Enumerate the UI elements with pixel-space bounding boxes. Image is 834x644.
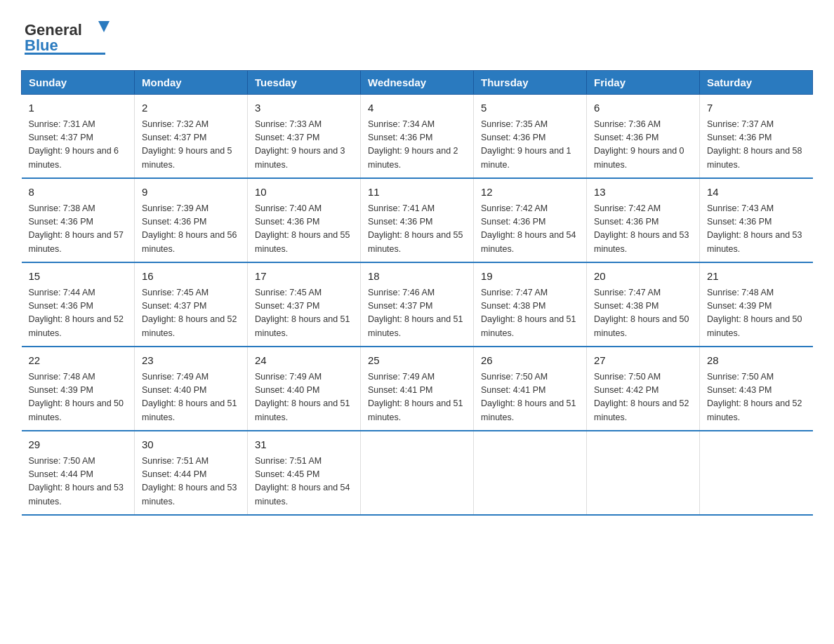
day-number: 14 bbox=[707, 185, 806, 201]
svg-rect-3 bbox=[25, 53, 105, 55]
weekday-header-tuesday: Tuesday bbox=[248, 71, 361, 95]
calendar-cell bbox=[587, 431, 700, 515]
calendar-cell: 10Sunrise: 7:40 AMSunset: 4:36 PMDayligh… bbox=[248, 178, 361, 262]
day-number: 4 bbox=[368, 100, 466, 116]
calendar-cell: 21Sunrise: 7:48 AMSunset: 4:39 PMDayligh… bbox=[700, 262, 813, 347]
day-number: 6 bbox=[594, 100, 692, 116]
day-number: 18 bbox=[368, 269, 466, 285]
weekday-header-monday: Monday bbox=[135, 71, 248, 95]
calendar-cell: 17Sunrise: 7:45 AMSunset: 4:37 PMDayligh… bbox=[248, 262, 361, 347]
day-number: 24 bbox=[255, 353, 353, 369]
day-info: Sunrise: 7:32 AMSunset: 4:37 PMDaylight:… bbox=[142, 118, 240, 173]
page-header: General Blue bbox=[21, 14, 813, 56]
week-row-1: 1Sunrise: 7:31 AMSunset: 4:37 PMDaylight… bbox=[22, 95, 813, 179]
calendar-cell: 6Sunrise: 7:36 AMSunset: 4:36 PMDaylight… bbox=[587, 95, 700, 179]
calendar-cell: 18Sunrise: 7:46 AMSunset: 4:37 PMDayligh… bbox=[361, 262, 474, 347]
day-number: 9 bbox=[142, 185, 240, 201]
calendar-cell: 25Sunrise: 7:49 AMSunset: 4:41 PMDayligh… bbox=[361, 347, 474, 431]
calendar-cell: 31Sunrise: 7:51 AMSunset: 4:45 PMDayligh… bbox=[248, 431, 361, 515]
day-number: 3 bbox=[255, 100, 353, 116]
day-number: 12 bbox=[481, 185, 579, 201]
day-info: Sunrise: 7:50 AMSunset: 4:44 PMDaylight:… bbox=[29, 455, 128, 509]
day-number: 30 bbox=[142, 437, 240, 453]
calendar-cell: 29Sunrise: 7:50 AMSunset: 4:44 PMDayligh… bbox=[22, 431, 135, 515]
day-number: 11 bbox=[368, 185, 466, 201]
day-info: Sunrise: 7:45 AMSunset: 4:37 PMDaylight:… bbox=[142, 286, 240, 341]
day-info: Sunrise: 7:47 AMSunset: 4:38 PMDaylight:… bbox=[481, 286, 579, 341]
day-info: Sunrise: 7:44 AMSunset: 4:36 PMDaylight:… bbox=[29, 286, 128, 341]
calendar-cell: 26Sunrise: 7:50 AMSunset: 4:41 PMDayligh… bbox=[474, 347, 587, 431]
day-number: 19 bbox=[481, 269, 579, 285]
day-info: Sunrise: 7:49 AMSunset: 4:41 PMDaylight:… bbox=[368, 370, 466, 425]
day-info: Sunrise: 7:39 AMSunset: 4:36 PMDaylight:… bbox=[142, 202, 240, 257]
logo: General Blue bbox=[21, 14, 112, 56]
calendar-cell: 13Sunrise: 7:42 AMSunset: 4:36 PMDayligh… bbox=[587, 178, 700, 262]
day-info: Sunrise: 7:48 AMSunset: 4:39 PMDaylight:… bbox=[707, 286, 806, 341]
calendar-cell: 9Sunrise: 7:39 AMSunset: 4:36 PMDaylight… bbox=[135, 178, 248, 262]
day-number: 28 bbox=[707, 353, 806, 369]
logo-svg: General Blue bbox=[21, 14, 112, 56]
calendar-cell: 16Sunrise: 7:45 AMSunset: 4:37 PMDayligh… bbox=[135, 262, 248, 347]
day-number: 16 bbox=[142, 269, 240, 285]
calendar-cell bbox=[361, 431, 474, 515]
calendar-cell: 30Sunrise: 7:51 AMSunset: 4:44 PMDayligh… bbox=[135, 431, 248, 515]
day-info: Sunrise: 7:50 AMSunset: 4:42 PMDaylight:… bbox=[594, 370, 692, 425]
calendar-cell: 24Sunrise: 7:49 AMSunset: 4:40 PMDayligh… bbox=[248, 347, 361, 431]
day-number: 26 bbox=[481, 353, 579, 369]
calendar-table: SundayMondayTuesdayWednesdayThursdayFrid… bbox=[21, 70, 813, 516]
day-number: 7 bbox=[707, 100, 806, 116]
day-number: 1 bbox=[29, 100, 128, 116]
weekday-header-thursday: Thursday bbox=[474, 71, 587, 95]
weekday-header-saturday: Saturday bbox=[700, 71, 813, 95]
day-info: Sunrise: 7:48 AMSunset: 4:39 PMDaylight:… bbox=[29, 370, 128, 425]
calendar-cell: 5Sunrise: 7:35 AMSunset: 4:36 PMDaylight… bbox=[474, 95, 587, 179]
weekday-header-row: SundayMondayTuesdayWednesdayThursdayFrid… bbox=[22, 71, 813, 95]
calendar-cell: 1Sunrise: 7:31 AMSunset: 4:37 PMDaylight… bbox=[22, 95, 135, 179]
day-info: Sunrise: 7:31 AMSunset: 4:37 PMDaylight:… bbox=[29, 118, 128, 173]
calendar-cell: 19Sunrise: 7:47 AMSunset: 4:38 PMDayligh… bbox=[474, 262, 587, 347]
day-number: 29 bbox=[29, 437, 128, 453]
day-info: Sunrise: 7:34 AMSunset: 4:36 PMDaylight:… bbox=[368, 118, 466, 173]
day-info: Sunrise: 7:41 AMSunset: 4:36 PMDaylight:… bbox=[368, 202, 466, 257]
week-row-4: 22Sunrise: 7:48 AMSunset: 4:39 PMDayligh… bbox=[22, 347, 813, 431]
day-number: 15 bbox=[29, 269, 128, 285]
weekday-header-sunday: Sunday bbox=[22, 71, 135, 95]
day-number: 27 bbox=[594, 353, 692, 369]
day-info: Sunrise: 7:40 AMSunset: 4:36 PMDaylight:… bbox=[255, 202, 353, 257]
calendar-cell: 28Sunrise: 7:50 AMSunset: 4:43 PMDayligh… bbox=[700, 347, 813, 431]
day-info: Sunrise: 7:43 AMSunset: 4:36 PMDaylight:… bbox=[707, 202, 806, 257]
day-info: Sunrise: 7:37 AMSunset: 4:36 PMDaylight:… bbox=[707, 118, 806, 173]
day-number: 21 bbox=[707, 269, 806, 285]
svg-marker-1 bbox=[98, 21, 110, 32]
day-number: 25 bbox=[368, 353, 466, 369]
day-info: Sunrise: 7:47 AMSunset: 4:38 PMDaylight:… bbox=[594, 286, 692, 341]
day-number: 17 bbox=[255, 269, 353, 285]
day-info: Sunrise: 7:33 AMSunset: 4:37 PMDaylight:… bbox=[255, 118, 353, 173]
day-info: Sunrise: 7:49 AMSunset: 4:40 PMDaylight:… bbox=[255, 370, 353, 425]
calendar-cell: 8Sunrise: 7:38 AMSunset: 4:36 PMDaylight… bbox=[22, 178, 135, 262]
day-info: Sunrise: 7:50 AMSunset: 4:41 PMDaylight:… bbox=[481, 370, 579, 425]
day-number: 10 bbox=[255, 185, 353, 201]
day-info: Sunrise: 7:38 AMSunset: 4:36 PMDaylight:… bbox=[29, 202, 128, 257]
day-number: 13 bbox=[594, 185, 692, 201]
calendar-cell: 22Sunrise: 7:48 AMSunset: 4:39 PMDayligh… bbox=[22, 347, 135, 431]
calendar-cell bbox=[474, 431, 587, 515]
calendar-cell: 14Sunrise: 7:43 AMSunset: 4:36 PMDayligh… bbox=[700, 178, 813, 262]
day-number: 20 bbox=[594, 269, 692, 285]
day-number: 8 bbox=[29, 185, 128, 201]
day-info: Sunrise: 7:42 AMSunset: 4:36 PMDaylight:… bbox=[594, 202, 692, 257]
svg-text:Blue: Blue bbox=[25, 36, 58, 54]
calendar-cell: 4Sunrise: 7:34 AMSunset: 4:36 PMDaylight… bbox=[361, 95, 474, 179]
calendar-cell: 11Sunrise: 7:41 AMSunset: 4:36 PMDayligh… bbox=[361, 178, 474, 262]
weekday-header-friday: Friday bbox=[587, 71, 700, 95]
week-row-5: 29Sunrise: 7:50 AMSunset: 4:44 PMDayligh… bbox=[22, 431, 813, 515]
calendar-cell: 15Sunrise: 7:44 AMSunset: 4:36 PMDayligh… bbox=[22, 262, 135, 347]
calendar-cell bbox=[700, 431, 813, 515]
day-info: Sunrise: 7:51 AMSunset: 4:45 PMDaylight:… bbox=[255, 455, 353, 509]
calendar-cell: 12Sunrise: 7:42 AMSunset: 4:36 PMDayligh… bbox=[474, 178, 587, 262]
calendar-cell: 3Sunrise: 7:33 AMSunset: 4:37 PMDaylight… bbox=[248, 95, 361, 179]
day-info: Sunrise: 7:49 AMSunset: 4:40 PMDaylight:… bbox=[142, 370, 240, 425]
day-info: Sunrise: 7:36 AMSunset: 4:36 PMDaylight:… bbox=[594, 118, 692, 173]
weekday-header-wednesday: Wednesday bbox=[361, 71, 474, 95]
day-number: 22 bbox=[29, 353, 128, 369]
